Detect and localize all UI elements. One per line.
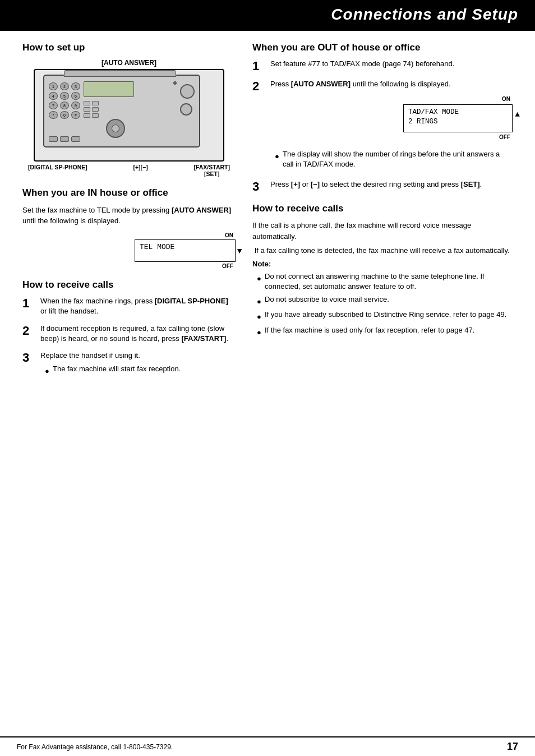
tad-arrow: ▲ [515,109,520,121]
section-receive-calls-left-heading: How to receive calls [22,279,236,291]
tad-display-relative: TAD/FAX MODE 2 RINGS ▲ [403,104,513,132]
key-2: 2 [60,82,69,90]
fn-btn-1 [49,136,58,142]
step-left-3-bullets: ● The fax machine will start fax recepti… [45,364,181,376]
bracket-minus: [−] [311,180,320,188]
bullet-dot-1-icon: ● [257,274,261,292]
label-fax-start-set: [FAX/START][SET] [193,164,230,177]
tad-on-label: ON [403,95,513,103]
key-9: 9 [71,102,80,109]
key-3: 3 [71,82,80,90]
fax-dial-wheel [106,119,125,138]
step-left-3-bullet: ● The fax machine will start fax recepti… [45,364,181,376]
function-buttons-bottom [49,136,80,142]
tad-mode-display-wrap: ON TAD/FAX MODE 2 RINGS ▲ OFF [270,95,513,141]
fax-illustration: 1 2 3 4 5 6 7 [43,75,211,158]
tel-mode-display-relative: TEL MODE ▼ [135,239,236,262]
section-setup: How to set up [AUTO ANSWER] 1 [22,42,236,177]
bracket-fax-start: [FAX/START] [181,334,226,343]
keypad-area: 1 2 3 4 5 6 7 [49,82,80,119]
indicator-dot [173,81,177,85]
fax-body-outer: 1 2 3 4 5 6 7 [43,75,200,147]
receive-bullet-2: ● Do not subscribe to voice mail service… [257,294,513,307]
fax-lcd-display [84,81,134,97]
out-steps: 1 Set feature #77 to TAD/FAX mode (page … [252,59,513,193]
tel-mode-text: TEL MODE [140,243,174,251]
page-footer: For Fax Advantage assistance, call 1-800… [0,736,535,756]
receive-bullet-4: ● If the fax machine is used only for fa… [257,325,513,338]
receive-intro-2: If a fax calling tone is detected, the f… [252,245,513,256]
diagram-label-auto-answer: [AUTO ANSWER] [22,59,236,67]
right-btn-1 [180,84,195,99]
step-left-3: 3 Replace the handset if using it. ● The… [22,351,236,380]
dial-center [112,125,119,132]
step-left-3-text: Replace the handset if using it. ● The f… [40,351,181,380]
tad-display-box: TAD/FAX MODE 2 RINGS ▲ [403,104,513,132]
tel-mode-display-box: TEL MODE [135,239,236,262]
bullet-dot-3-icon: ● [257,312,261,322]
receive-bullet-1-text: Do not connect an answering machine to t… [265,271,513,292]
section-in-house-heading: When you are IN house or office [22,187,236,199]
fn-btn-3 [71,136,80,142]
bullet-dot-icon: ● [45,366,49,376]
page-number: 17 [507,741,518,753]
step-left-1: 1 When the fax machine rings, press [DIG… [22,296,236,316]
tel-mode-on-label: ON [135,232,236,238]
out-step-3: 3 Press [+] or [−] to select the desired… [252,179,513,193]
section-out-of-house: When you are OUT of house or office 1 Se… [252,42,513,193]
fn-btn-2 [60,136,69,142]
tel-mode-display-outer: ON TEL MODE ▼ OFF [135,232,236,269]
out-step-2-text: Press [AUTO ANSWER] until the following … [270,79,513,173]
bracket-digital-sp-phone: [DIGITAL SP-PHONE] [155,297,228,305]
bracket-auto-answer-right: [AUTO ANSWER] [291,80,350,88]
out-step-2: 2 Press [AUTO ANSWER] until the followin… [252,79,513,173]
tad-line1: TAD/FAX MODE [408,108,508,118]
ctrl-btn-4 [92,107,99,112]
section-receive-calls-right-heading: How to receive calls [252,203,513,214]
diagram-labels-bottom: [DIGITAL SP-PHONE] [+][−] [FAX/START][SE… [22,164,236,177]
key-6: 6 [71,92,80,100]
step-left-2-text: If document reception is required, a fax… [40,324,236,344]
footer-text: For Fax Advantage assistance, call 1-800… [17,743,173,751]
key-7: 7 [49,102,58,109]
key-4: 4 [49,92,58,100]
key-5: 5 [60,92,69,100]
bracket-set: [SET] [461,180,480,188]
tel-mode-off-label: OFF [135,263,236,269]
section-in-house-intro: Set the fax machine to TEL mode by press… [22,205,236,227]
section-in-house: When you are IN house or office Set the … [22,187,236,269]
bracket-plus: [+] [291,180,300,188]
right-btn-2 [180,103,192,116]
out-step-1-num: 1 [252,60,265,72]
ctrl-btn-1 [84,101,90,105]
step-left-3-num: 3 [22,352,35,364]
receive-bullet-1: ● Do not connect an answering machine to… [257,271,513,292]
out-step-1: 1 Set feature #77 to TAD/FAX mode (page … [252,59,513,72]
out-step-3-num: 3 [252,181,265,193]
section-setup-heading: How to set up [22,42,236,53]
step-left-1-text: When the fax machine rings, press [DIGIT… [40,296,236,316]
tad-bullet-dot-icon: ● [275,151,279,169]
key-0: 0 [60,111,69,119]
out-step-1-text: Set feature #77 to TAD/FAX mode (page 74… [270,59,454,69]
receive-bullet-4-text: If the fax machine is used only for fax … [265,325,474,338]
tel-mode-display-wrap: ON TEL MODE ▼ OFF [22,232,236,269]
fax-input-tray [64,70,176,77]
tad-bullet-1-text: The display will show the number of ring… [283,149,513,169]
label-plus-minus: [+][−] [133,164,147,177]
right-circle-buttons [180,84,195,116]
out-step-2-num: 2 [252,80,265,93]
fax-middle-controls [84,101,156,118]
fax-machine-diagram: 1 2 3 4 5 6 7 [34,69,224,162]
section-receive-calls-right: How to receive calls If the call is a ph… [252,203,513,338]
key-8: 8 [60,102,69,109]
key-hash: # [71,111,80,119]
ctrl-btn-5 [84,113,90,118]
page-header: Connections and Setup [0,0,535,31]
ctrl-btn-2 [92,101,99,105]
left-column: How to set up [AUTO ANSWER] 1 [22,42,236,390]
receive-bullets: ● Do not connect an answering machine to… [257,271,513,338]
step-left-2-num: 2 [22,325,35,337]
step-left-2: 2 If document reception is required, a f… [22,324,236,344]
ctrl-btn-6 [92,113,99,118]
